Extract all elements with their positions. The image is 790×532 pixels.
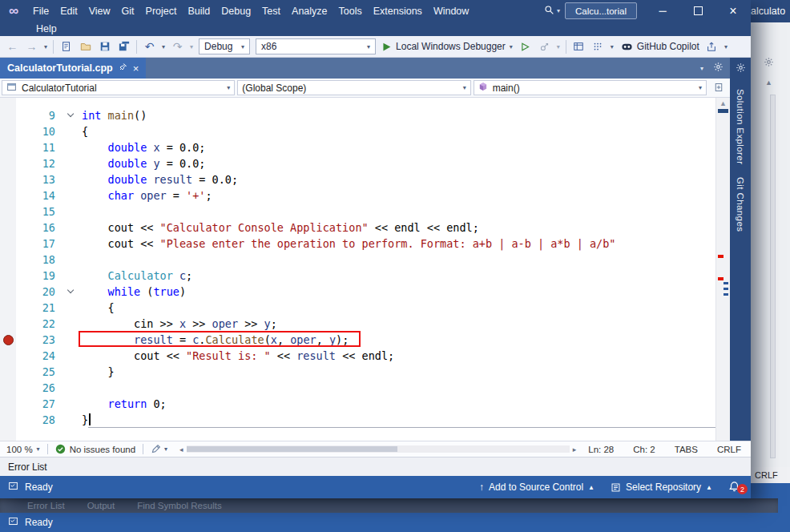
- breakpoint-gutter[interactable]: [0, 220, 16, 236]
- code-line-18[interactable]: 18: [0, 252, 715, 268]
- menu-file[interactable]: File: [27, 6, 54, 17]
- project-dropdown[interactable]: CalculatorTutorial ▾: [2, 80, 235, 95]
- horizontal-scrollbar-thumb[interactable]: [187, 446, 397, 452]
- menu-extensions[interactable]: Extensions: [368, 6, 428, 17]
- minimize-button[interactable]: ─: [645, 0, 680, 22]
- redo-chevron-icon[interactable]: ▾: [190, 43, 193, 50]
- breakpoint-gutter[interactable]: [0, 412, 16, 428]
- tab-calculatortutorial-cpp[interactable]: CalculatorTutorial.cpp ×: [0, 58, 146, 79]
- breakpoint-gutter[interactable]: [0, 139, 16, 155]
- code-line-9[interactable]: 9int main(): [0, 107, 715, 123]
- code-line-13[interactable]: 13 double result = 0.0;: [0, 171, 715, 187]
- code-line-28[interactable]: 28}: [0, 412, 715, 428]
- menu-project[interactable]: Project: [140, 6, 183, 17]
- breakpoint-gutter[interactable]: [0, 348, 16, 364]
- close-tab-icon[interactable]: ×: [133, 62, 139, 75]
- attach-icon[interactable]: [538, 39, 551, 54]
- share-icon[interactable]: [705, 39, 719, 54]
- vertical-scrollbar[interactable]: ▲: [715, 98, 730, 441]
- gear-icon[interactable]: [764, 56, 774, 71]
- background-tab-output[interactable]: Output: [87, 501, 115, 510]
- scrollbar-up-icon[interactable]: ▲: [719, 99, 727, 107]
- search-chevron-icon[interactable]: ▾: [557, 7, 560, 14]
- menu-tools[interactable]: Tools: [333, 6, 368, 17]
- code-line-20[interactable]: 20 while (true): [0, 284, 715, 300]
- code-area[interactable]: 9int main()10{11 double x = 0.0;12 doubl…: [0, 98, 715, 441]
- gear-icon[interactable]: [736, 62, 746, 76]
- breakpoint-gutter[interactable]: [0, 171, 16, 187]
- breakpoint-gutter[interactable]: [0, 268, 16, 284]
- start-debugging-button[interactable]: Local Windows Debugger ▾: [381, 41, 513, 52]
- pin-icon[interactable]: [119, 62, 127, 74]
- select-repository-button[interactable]: Select Repository ▲: [611, 482, 712, 493]
- document-health-indicator[interactable]: No issues found: [55, 444, 135, 454]
- navigate-back-icon[interactable]: ←: [6, 39, 19, 54]
- breakpoint-gutter[interactable]: [0, 364, 16, 380]
- start-without-debugging-icon[interactable]: [518, 39, 532, 54]
- eol-indicator[interactable]: CRLF: [717, 445, 741, 454]
- breakpoint-gutter[interactable]: [0, 123, 16, 139]
- breakpoint-gutter[interactable]: [0, 396, 16, 412]
- sidebar-tab-git-changes[interactable]: Git Changes: [736, 177, 745, 232]
- code-line-23[interactable]: 23 result = c.Calculate(x, oper, y);: [0, 332, 715, 348]
- close-button[interactable]: ×: [715, 0, 751, 22]
- background-scrollbar[interactable]: [770, 95, 776, 458]
- indentation-indicator[interactable]: TABS: [675, 445, 698, 454]
- sidebar-tab-solution-explorer[interactable]: Solution Explorer: [736, 89, 745, 164]
- scrollbar-up-icon[interactable]: ▲: [765, 79, 772, 87]
- redo-icon[interactable]: ↷: [171, 39, 184, 54]
- menu-window[interactable]: Window: [428, 6, 474, 17]
- breakpoint-gutter[interactable]: [0, 316, 16, 332]
- tab-list-chevron-icon[interactable]: ▾: [700, 65, 703, 72]
- breakpoint-gutter[interactable]: [0, 300, 16, 316]
- solution-configuration-dropdown[interactable]: Debug ▾: [199, 38, 250, 54]
- menu-build[interactable]: Build: [182, 6, 216, 17]
- code-line-15[interactable]: 15: [0, 204, 715, 220]
- window-layout-icon[interactable]: [572, 39, 586, 54]
- menu-test[interactable]: Test: [256, 6, 286, 17]
- navbar-pin-icon[interactable]: [714, 81, 723, 95]
- save-all-icon[interactable]: [117, 39, 131, 54]
- code-line-27[interactable]: 27 return 0;: [0, 396, 715, 412]
- gear-icon[interactable]: [713, 61, 723, 75]
- breakpoint-gutter[interactable]: [0, 252, 16, 268]
- dots-grid-icon[interactable]: [591, 39, 605, 54]
- open-folder-icon[interactable]: [79, 39, 92, 54]
- code-line-14[interactable]: 14 char oper = '+';: [0, 187, 715, 204]
- code-cleanup-button[interactable]: ▾: [151, 444, 167, 454]
- scroll-left-icon[interactable]: ◂: [179, 445, 183, 453]
- code-line-26[interactable]: 26: [0, 380, 715, 396]
- zoom-dropdown[interactable]: 100 % ▾: [6, 445, 40, 454]
- breakpoint-gutter[interactable]: [0, 187, 16, 204]
- fold-chevron-icon[interactable]: [60, 107, 82, 123]
- undo-icon[interactable]: ↶: [143, 39, 156, 54]
- code-line-25[interactable]: 25 }: [0, 364, 715, 380]
- menu-analyze[interactable]: Analyze: [286, 6, 333, 17]
- horizontal-scrollbar[interactable]: ◂ ▸: [179, 445, 576, 453]
- window-title-search-box[interactable]: Calcu...torial: [565, 2, 637, 19]
- code-line-17[interactable]: 17 cout << "Please enter the operation t…: [0, 236, 715, 252]
- code-line-19[interactable]: 19 Calculator c;: [0, 268, 715, 284]
- breakpoint-gutter[interactable]: [0, 236, 16, 252]
- scope-dropdown[interactable]: (Global Scope) ▾: [237, 80, 470, 95]
- add-to-source-control-button[interactable]: ↑ Add to Source Control ▲: [479, 482, 595, 493]
- code-line-11[interactable]: 11 double x = 0.0;: [0, 139, 715, 155]
- new-file-icon[interactable]: [59, 39, 73, 54]
- background-tab-error-list[interactable]: Error List: [27, 501, 65, 510]
- search-icon[interactable]: [544, 4, 554, 18]
- error-list-panel-bar[interactable]: Error List: [0, 457, 751, 476]
- undo-chevron-icon[interactable]: ▾: [162, 43, 165, 50]
- menu-help[interactable]: Help: [30, 23, 62, 34]
- breakpoint-gutter[interactable]: [0, 155, 16, 171]
- notifications-button[interactable]: 2: [728, 481, 743, 494]
- code-line-12[interactable]: 12 double y = 0.0;: [0, 155, 715, 171]
- menu-git[interactable]: Git: [116, 6, 140, 17]
- code-line-21[interactable]: 21 {: [0, 300, 715, 316]
- code-editor[interactable]: 9int main()10{11 double x = 0.0;12 doubl…: [0, 98, 730, 441]
- member-dropdown[interactable]: main() ▾: [474, 80, 707, 95]
- breakpoint-gutter[interactable]: [0, 284, 16, 300]
- toolbar-overflow-icon[interactable]: ▾: [611, 43, 614, 50]
- background-tab-find-symbol-results[interactable]: Find Symbol Results: [137, 501, 221, 510]
- maximize-button[interactable]: [680, 0, 715, 22]
- menu-debug[interactable]: Debug: [216, 6, 256, 17]
